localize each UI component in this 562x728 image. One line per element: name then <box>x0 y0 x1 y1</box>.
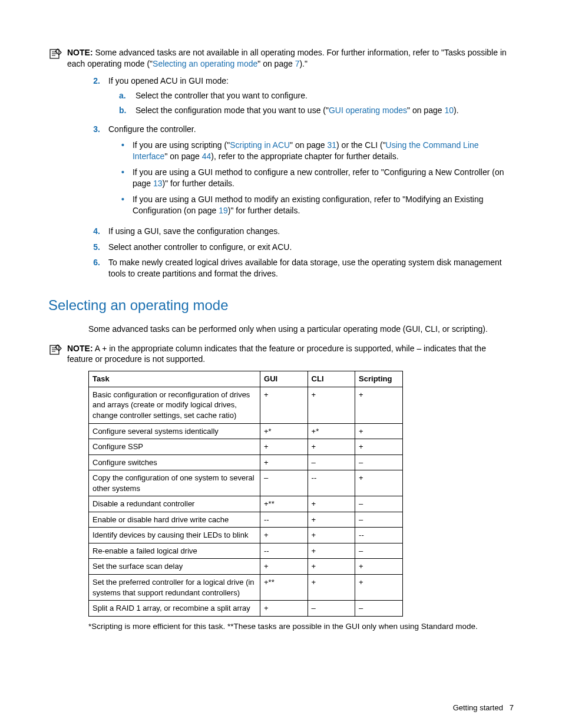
th-scripting: Scripting <box>355 371 403 387</box>
step-text: If using a GUI, save the configuration c… <box>108 226 280 236</box>
step-text: Select another controller to configure, … <box>108 242 292 252</box>
step-number: 6. <box>90 257 100 279</box>
footer-page: 7 <box>510 703 514 712</box>
cell-value: + <box>355 423 403 439</box>
link-page-19[interactable]: 19 <box>219 206 228 215</box>
steps-list: 2. If you opened ACU in GUI mode: a. Sel… <box>90 75 514 279</box>
cell-value: + <box>308 543 355 559</box>
step-number: 2. <box>90 75 100 120</box>
link-page-13[interactable]: 13 <box>153 179 163 188</box>
cell-value: +** <box>260 574 308 600</box>
note-icon <box>48 48 62 60</box>
cell-value: – <box>355 454 403 470</box>
intro-span: Some advanced tasks can be performed onl… <box>88 324 488 334</box>
cell-task: Split a RAID 1 array, or recombine a spl… <box>89 601 260 617</box>
cell-task: Disable a redundant controller <box>89 496 260 512</box>
note-label: NOTE: <box>67 344 93 353</box>
substep-letter: b. <box>119 105 128 116</box>
cell-value: +* <box>308 423 355 439</box>
cell-value: + <box>260 601 308 617</box>
step-2: 2. If you opened ACU in GUI mode: a. Sel… <box>90 75 514 120</box>
link-gui-modes[interactable]: GUI operating modes <box>329 106 407 115</box>
table-row: Configure switches+–– <box>89 454 403 470</box>
step-number: 4. <box>90 226 100 237</box>
link-page-31[interactable]: 31 <box>327 140 336 150</box>
bullet-text: If you are using a GUI method to modify … <box>133 195 484 215</box>
table-row: Identify devices by causing their LEDs t… <box>89 528 403 543</box>
bullet-list: If you are using scripting ("Scripting i… <box>121 140 514 216</box>
cell-value: + <box>355 559 403 575</box>
cell-value: + <box>308 559 355 575</box>
cell-value: – <box>355 496 403 512</box>
note-text-2: " on page <box>257 59 295 68</box>
cell-task: Configure several systems identically <box>89 423 260 439</box>
cell-value: + <box>308 387 355 423</box>
cell-value: – <box>308 454 355 470</box>
cell-task: Configure switches <box>89 454 260 470</box>
cell-value: + <box>355 387 403 423</box>
link-page-44[interactable]: 44 <box>202 151 211 161</box>
cell-task: Configure SSP <box>89 439 260 455</box>
note-text: A + in the appropriate column indicates … <box>67 344 486 364</box>
table-row: Copy the configuration of one system to … <box>89 470 403 496</box>
table-footnote: *Scripting is more efficient for this ta… <box>88 621 514 632</box>
cell-value: + <box>308 439 355 455</box>
bullet-text: If you are using scripting (" <box>133 140 230 150</box>
bullet-text: ) or the CLI (" <box>336 140 386 150</box>
cell-value: -- <box>260 543 308 559</box>
page-footer: Getting started 7 <box>48 703 514 713</box>
cell-value: +* <box>260 423 308 439</box>
note-block-1: NOTE: Some advanced tasks are not availa… <box>48 47 514 70</box>
link-scripting-acu[interactable]: Scripting in ACU <box>230 140 290 150</box>
cell-value: + <box>308 496 355 512</box>
cell-value: + <box>308 574 355 600</box>
cell-value: -- <box>260 512 308 528</box>
cell-value: -- <box>308 470 355 496</box>
cell-value: – <box>355 512 403 528</box>
note-text-3: )." <box>299 59 308 68</box>
cell-value: + <box>308 512 355 528</box>
substep-a: a. Select the controller that you want t… <box>119 90 514 101</box>
cell-task: Re-enable a failed logical drive <box>89 543 260 559</box>
step-number: 5. <box>90 242 100 253</box>
note-label: NOTE: <box>67 48 93 57</box>
th-gui: GUI <box>260 371 308 387</box>
step-number: 3. <box>90 124 100 220</box>
th-cli: CLI <box>308 371 355 387</box>
substep-text-pre: Select the configuration mode that you w… <box>135 106 329 115</box>
note-block-2: NOTE: A + in the appropriate column indi… <box>48 343 514 365</box>
step-6: 6. To make newly created logical drives … <box>90 257 514 279</box>
link-selecting-mode[interactable]: Selecting an operating mode <box>153 59 257 68</box>
bullet-1: If you are using scripting ("Scripting i… <box>121 140 514 162</box>
cell-value: -- <box>355 528 403 543</box>
table-header-row: Task GUI CLI Scripting <box>89 371 403 387</box>
cell-value: + <box>260 454 308 470</box>
bullet-2: If you are using a GUI method to configu… <box>121 167 514 189</box>
sub-steps: a. Select the controller that you want t… <box>119 90 514 116</box>
cell-value: + <box>355 470 403 496</box>
substep-text-post: ). <box>454 106 459 115</box>
cell-value: + <box>308 528 355 543</box>
cell-value: + <box>260 528 308 543</box>
cell-task: Basic configuration or reconfiguration o… <box>89 387 260 423</box>
footer-section: Getting started <box>453 703 503 712</box>
cell-value: + <box>260 387 308 423</box>
cell-value: + <box>355 439 403 455</box>
cell-value: – <box>260 470 308 496</box>
cell-value: – <box>308 601 355 617</box>
link-page-10[interactable]: 10 <box>444 106 454 115</box>
bullet-text: )" for further details. <box>163 179 234 188</box>
cell-value: – <box>355 543 403 559</box>
step-text: To make newly created logical drives ava… <box>108 258 502 278</box>
bullet-3: If you are using a GUI method to modify … <box>121 194 514 216</box>
cell-task: Copy the configuration of one system to … <box>89 470 260 496</box>
cell-task: Identify devices by causing their LEDs t… <box>89 528 260 543</box>
th-task: Task <box>89 371 260 387</box>
table-row: Configure several systems identically+*+… <box>89 423 403 439</box>
table-row: Disable a redundant controller+**+– <box>89 496 403 512</box>
bullet-text: " on page <box>164 151 201 161</box>
cell-value: – <box>355 601 403 617</box>
bullet-text: " on page <box>290 140 327 150</box>
table-row: Re-enable a failed logical drive--+– <box>89 543 403 559</box>
step-3: 3. Configure the controller. If you are … <box>90 124 514 220</box>
